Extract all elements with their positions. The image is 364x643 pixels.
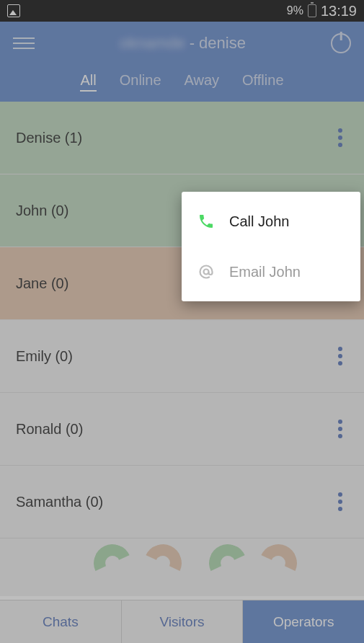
- phone-icon: [197, 213, 215, 230]
- email-action-label: Email John: [229, 264, 301, 280]
- call-action-label: Call John: [229, 213, 289, 230]
- modal-backdrop[interactable]: [0, 0, 364, 643]
- email-action[interactable]: Email John: [182, 247, 360, 297]
- call-action[interactable]: Call John: [182, 196, 360, 247]
- contact-actions-popover: Call John Email John: [182, 192, 360, 301]
- at-icon: [197, 263, 215, 280]
